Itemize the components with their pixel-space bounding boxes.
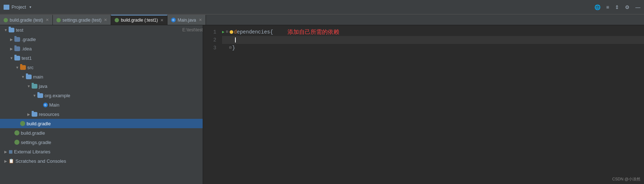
sidebar-item-scratches[interactable]: 📋 Scratches and Consoles <box>0 156 203 166</box>
sidebar-item-test-root[interactable]: test E:\test\test <box>0 25 203 35</box>
code-line-2 <box>222 36 644 44</box>
settings-icon[interactable]: ⚙ <box>625 4 630 10</box>
tab-build-gradle-test1[interactable]: build.gradle (:test1) ✕ <box>111 15 167 25</box>
item-label: java <box>39 84 203 89</box>
tab-close-icon[interactable]: ✕ <box>160 18 164 23</box>
item-label: Main <box>49 102 203 108</box>
sidebar-item-src-folder[interactable]: src <box>0 63 203 72</box>
gradle-file-icon <box>20 121 25 126</box>
tab-close-icon[interactable]: ✕ <box>104 18 107 22</box>
expand-arrow-icon <box>9 46 14 51</box>
folder-java-icon <box>32 84 37 89</box>
folder-icon <box>9 28 14 32</box>
java-icon: C <box>171 18 176 22</box>
title-bar-left: Project ▾ <box>4 4 31 10</box>
tab-settings-gradle-test[interactable]: settings.gradle (test) ✕ <box>53 15 111 25</box>
annotation-text: 添加自己所需的依赖 <box>288 28 339 36</box>
tab-close-icon[interactable]: ✕ <box>46 18 49 22</box>
expand-arrow-icon <box>26 111 32 117</box>
sidebar-item-build-gradle-root[interactable]: build.gradle <box>0 128 203 138</box>
item-label: build.gradle <box>27 121 203 126</box>
tab-build-gradle-test[interactable]: build.gradle (test) ✕ <box>0 15 53 25</box>
align-icon[interactable]: ≡ <box>606 4 609 10</box>
watermark: CSDN @小淡然 <box>612 176 640 182</box>
code-line-3: ⊟ } <box>222 44 644 52</box>
line-number-2: 2 <box>206 36 216 44</box>
line-numbers: 1 2 3 <box>203 28 219 181</box>
expand-arrow-icon <box>32 93 37 98</box>
sidebar-item-external-libraries[interactable]: ▦ External Libraries <box>0 147 203 156</box>
tab-label: build.gradle (:test1) <box>121 18 158 23</box>
expand-arrow-icon <box>3 27 9 33</box>
item-label: External Libraries <box>14 149 203 154</box>
tab-label: build.gradle (test) <box>10 18 43 23</box>
expand-arrow-icon <box>3 158 9 164</box>
sidebar-item-idea-folder[interactable]: .idea <box>0 44 203 53</box>
code-text: ependencies <box>237 28 270 36</box>
title-bar: Project ▾ 🌐 ≡ ⇕ ⚙ — <box>0 0 644 14</box>
text-cursor <box>235 37 236 42</box>
leaf-spacer <box>37 102 43 108</box>
folder-icon <box>14 46 20 51</box>
leaf-spacer <box>14 121 20 126</box>
brace-open: { <box>270 28 273 36</box>
sidebar-item-build-gradle-test1[interactable]: build.gradle <box>0 119 203 128</box>
expand-arrow-icon <box>14 64 20 70</box>
external-libs-icon: ▦ <box>9 149 13 154</box>
folder-icon <box>14 56 20 60</box>
tab-bar: build.gradle (test) ✕ settings.gradle (t… <box>0 14 644 25</box>
expand-arrow-icon <box>26 83 32 89</box>
sidebar-item-main-folder[interactable]: main <box>0 72 203 81</box>
gradle-file-icon <box>14 140 19 145</box>
folder-src-icon <box>20 65 26 70</box>
folder-icon <box>14 37 20 42</box>
tab-main-java[interactable]: C Main.java ✕ <box>167 15 206 25</box>
sidebar: test E:\test\test .gradle .idea test1 sr… <box>0 25 203 184</box>
sidebar-item-settings-gradle[interactable]: settings.gradle <box>0 138 203 147</box>
line-number-1: 1 <box>206 28 216 36</box>
sidebar-item-gradle-folder[interactable]: .gradle <box>0 35 203 44</box>
gradle-icon <box>4 18 8 22</box>
tab-close-icon[interactable]: ✕ <box>199 18 202 22</box>
item-label: settings.gradle <box>21 140 203 145</box>
collapse-icon[interactable]: ⇕ <box>615 4 619 10</box>
item-label: src <box>27 65 203 70</box>
leaf-spacer <box>9 130 14 136</box>
earth-icon[interactable]: 🌐 <box>594 4 601 10</box>
item-label: test1 <box>22 55 203 61</box>
java-file-icon: C <box>43 103 48 107</box>
leaf-spacer <box>9 139 14 145</box>
item-label: test <box>16 27 180 33</box>
fold-close-icon[interactable]: ⊟ <box>229 44 231 52</box>
sidebar-item-resources-folder[interactable]: resources <box>0 109 203 119</box>
gradle-file-icon <box>14 130 19 135</box>
folder-main-icon <box>26 75 32 79</box>
expand-arrow-icon <box>20 74 26 80</box>
editor-area[interactable]: 1 2 3 ▶ ⊟ dependencies { 添加自己所需的依赖 <box>203 25 644 184</box>
sidebar-item-test1-folder[interactable]: test1 <box>0 53 203 63</box>
sidebar-item-java-folder[interactable]: java <box>0 81 203 91</box>
item-label: resources <box>39 112 203 117</box>
dropdown-arrow-icon[interactable]: ▾ <box>29 5 31 9</box>
item-label: build.gradle <box>21 130 203 136</box>
sidebar-item-main-java[interactable]: C Main <box>0 100 203 109</box>
title-text: Project <box>12 4 26 10</box>
folder-icon <box>32 112 37 117</box>
code-lines: ▶ ⊟ dependencies { 添加自己所需的依赖 ⊟ } <box>219 28 644 181</box>
item-label: .idea <box>22 46 203 51</box>
title-bar-icons: 🌐 ≡ ⇕ ⚙ — <box>594 4 640 10</box>
expand-arrow-icon <box>9 36 14 42</box>
scratches-icon: 📋 <box>9 158 14 163</box>
expand-arrow-icon <box>3 149 9 154</box>
run-icon[interactable]: ▶ <box>222 28 225 36</box>
item-label: Scratches and Consoles <box>15 158 203 164</box>
minimize-icon[interactable]: — <box>635 4 640 10</box>
path-label: E:\test\test <box>182 27 203 32</box>
tab-label: Main.java <box>178 18 196 23</box>
bulb-icon[interactable] <box>230 30 233 34</box>
item-label: main <box>33 74 203 80</box>
fold-icon[interactable]: ⊟ <box>226 28 228 36</box>
main-area: test E:\test\test .gradle .idea test1 sr… <box>0 25 644 184</box>
sidebar-item-orgexample-folder[interactable]: org.example <box>0 91 203 100</box>
code-line-1: ▶ ⊟ dependencies { 添加自己所需的依赖 <box>222 28 644 36</box>
